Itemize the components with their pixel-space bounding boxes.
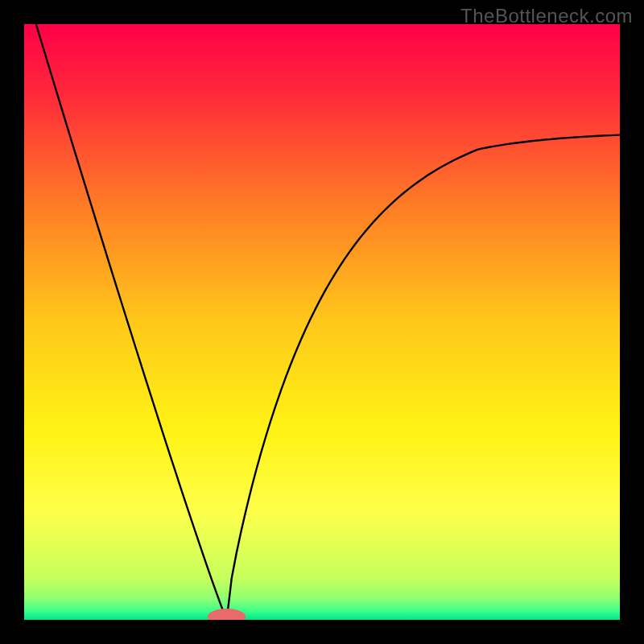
plot-frame xyxy=(24,24,620,620)
gradient-background xyxy=(24,24,620,620)
chart-container: TheBottleneck.com xyxy=(0,0,644,644)
watermark-text: TheBottleneck.com xyxy=(460,5,633,27)
bottleneck-chart xyxy=(24,24,620,620)
